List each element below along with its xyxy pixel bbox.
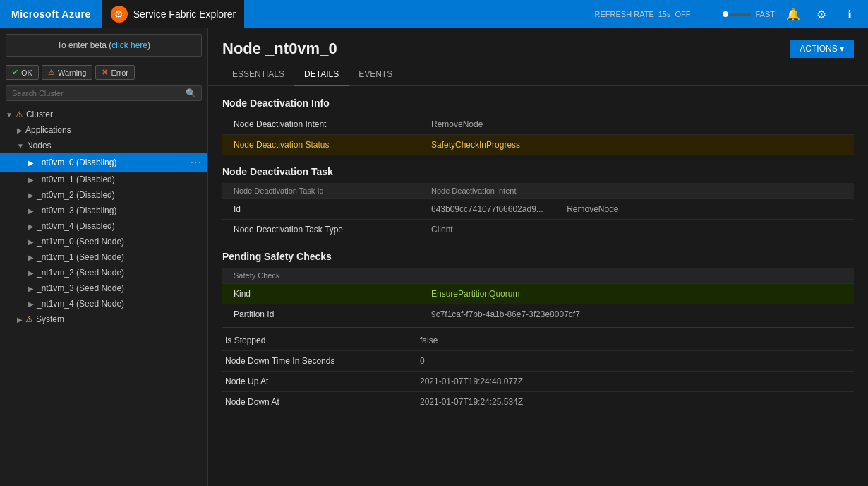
- chevron-right-icon: ▶: [28, 269, 34, 277]
- node-up-at-row: Node Up At 2021-01-07T19:24:48.077Z: [222, 372, 854, 392]
- app-brand: ⚙ Service Fabric Explorer: [102, 0, 245, 28]
- safety-check-col-label: Safety Check: [222, 268, 420, 284]
- table-row: Partition Id 9c7f1caf-f7bb-4a1b-86e7-3f2…: [222, 304, 854, 325]
- error-button[interactable]: ✖ Error: [95, 65, 134, 80]
- kind-value: EnsurePartitionQuorum: [420, 284, 854, 304]
- chevron-right-icon: ▶: [17, 126, 23, 134]
- is-stopped-value: false: [420, 336, 438, 345]
- sidebar-item-label: System: [36, 314, 64, 324]
- sidebar-item-nt1vm0[interactable]: ▶ _nt1vm_0 (Seed Node): [0, 234, 207, 249]
- layout: To enter beta (click here) ✔ OK ⚠ Warnin…: [0, 28, 868, 486]
- node-up-value: 2021-01-07T19:24:48.077Z: [420, 377, 523, 386]
- sidebar-item-label: _nt0vm_4 (Disabled): [37, 221, 115, 231]
- tab-essentials[interactable]: ESSENTIALS: [222, 64, 294, 86]
- search-box: 🔍: [6, 85, 202, 101]
- sidebar-item-nt0vm0[interactable]: ▶ _nt0vm_0 (Disabling) ···: [0, 153, 207, 172]
- chevron-right-icon: ▶: [17, 316, 23, 324]
- sidebar-item-nt1vm4[interactable]: ▶ _nt1vm_4 (Seed Node): [0, 296, 207, 312]
- beta-link[interactable]: click here: [111, 40, 147, 50]
- table-row-header: Node Deactivation Task Id Node Deactivat…: [222, 183, 854, 199]
- sidebar-item-label: _nt0vm_3 (Disabling): [37, 206, 116, 215]
- sidebar-item-nt0vm3[interactable]: ▶ _nt0vm_3 (Disabling): [0, 203, 207, 218]
- node-down-at-row: Node Down At 2021-01-07T19:24:25.534Z: [222, 392, 854, 412]
- chevron-down-icon: ▼: [6, 111, 13, 119]
- id-label: Id: [222, 199, 420, 220]
- sidebar-item-nt1vm1[interactable]: ▶ _nt1vm_1 (Seed Node): [0, 249, 207, 265]
- table-row: Node Deactivation Task Type Client: [222, 220, 854, 240]
- partition-label: Partition Id: [222, 304, 420, 325]
- sidebar-tree: ▼ ⚠ Cluster ▶ Applications ▼ Nodes ▶ _nt…: [0, 107, 207, 486]
- sidebar-item-nt0vm1[interactable]: ▶ _nt0vm_1 (Disabled): [0, 172, 207, 187]
- chevron-right-icon: ▶: [28, 300, 34, 308]
- pending-safety-title: Pending Safety Checks: [222, 251, 854, 262]
- search-icon: 🔍: [186, 88, 196, 98]
- id-value: 643b09cc741077f66602ad9... RemoveNode: [420, 199, 854, 220]
- partition-value: 9c7f1caf-f7bb-4a1b-86e7-3f23e8007cf7: [420, 304, 854, 325]
- notification-icon[interactable]: 🔔: [783, 4, 803, 24]
- sidebar: To enter beta (click here) ✔ OK ⚠ Warnin…: [0, 28, 208, 486]
- deactivation-info-table: Node Deactivation Intent RemoveNode Node…: [222, 114, 854, 155]
- sidebar-item-nodes[interactable]: ▼ Nodes: [0, 138, 207, 153]
- sidebar-item-label: _nt1vm_0 (Seed Node): [37, 237, 124, 247]
- sidebar-item-label: _nt1vm_1 (Seed Node): [37, 252, 124, 262]
- beta-bar[interactable]: To enter beta (click here): [6, 34, 202, 57]
- sidebar-item-applications[interactable]: ▶ Applications: [0, 122, 207, 138]
- chevron-right-icon: ▶: [28, 159, 34, 167]
- node-down-label: Node Down At: [222, 397, 420, 407]
- refresh-off: OFF: [675, 10, 690, 18]
- search-input[interactable]: [6, 85, 202, 101]
- sidebar-item-nt0vm2[interactable]: ▶ _nt0vm_2 (Disabled): [0, 187, 207, 203]
- sidebar-item-label: Nodes: [27, 141, 52, 150]
- tab-events[interactable]: EVENTS: [349, 64, 402, 86]
- actions-button[interactable]: ACTIONS ▾: [790, 40, 854, 58]
- kind-label: Kind: [222, 284, 420, 304]
- sidebar-item-label: _nt1vm_4 (Seed Node): [37, 299, 124, 309]
- main-content: Node Deactivation Info Node Deactivation…: [208, 86, 868, 486]
- refresh-fast: FAST: [755, 10, 775, 18]
- chevron-right-icon: ▶: [28, 254, 34, 261]
- azure-brand[interactable]: Microsoft Azure: [0, 0, 102, 28]
- settings-icon[interactable]: ⚙: [812, 4, 831, 24]
- chevron-right-icon: ▶: [28, 207, 34, 215]
- warn-icon: ⚠: [16, 109, 23, 119]
- table-row-header: Safety Check: [222, 268, 854, 284]
- sidebar-item-cluster[interactable]: ▼ ⚠ Cluster: [0, 107, 207, 122]
- task-type-value: Client: [420, 220, 854, 240]
- pending-safety-table: Safety Check Kind EnsurePartitionQuorum …: [222, 268, 854, 324]
- tab-details[interactable]: DETAILS: [294, 64, 349, 86]
- ok-button[interactable]: ✔ OK: [6, 65, 39, 80]
- sidebar-item-system[interactable]: ▶ ⚠ System: [0, 312, 207, 327]
- top-nav: Microsoft Azure ⚙ Service Fabric Explore…: [0, 0, 868, 28]
- node-up-label: Node Up At: [222, 377, 420, 386]
- table-row: Id 643b09cc741077f66602ad9... RemoveNode: [222, 199, 854, 220]
- sidebar-item-label: _nt0vm_0 (Disabling): [37, 158, 116, 167]
- brand-icon: ⚙: [111, 6, 128, 23]
- sidebar-item-label: _nt0vm_2 (Disabled): [37, 190, 115, 200]
- sidebar-item-label: _nt1vm_3 (Seed Node): [37, 283, 124, 293]
- deactivation-task-title: Node Deactivation Task: [222, 166, 854, 177]
- sidebar-item-nt1vm2[interactable]: ▶ _nt1vm_2 (Seed Node): [0, 265, 207, 280]
- sidebar-item-nt0vm4[interactable]: ▶ _nt0vm_4 (Disabled): [0, 218, 207, 234]
- node-down-time-label: Node Down Time In Seconds: [222, 356, 420, 366]
- more-icon[interactable]: ···: [191, 156, 202, 169]
- table-row: Kind EnsurePartitionQuorum: [222, 284, 854, 304]
- refresh-slider[interactable]: [694, 13, 751, 16]
- chevron-right-icon: ▶: [28, 238, 34, 246]
- table-row: Node Deactivation Intent RemoveNode: [222, 114, 854, 135]
- task-intent-col-label: Node Deactivation Intent: [420, 183, 854, 199]
- refresh-value: 15s: [658, 10, 671, 18]
- node-down-time-value: 0: [420, 356, 425, 366]
- status-bar: ✔ OK ⚠ Warning ✖ Error: [0, 62, 207, 85]
- actions-label: ACTIONS ▾: [800, 44, 844, 54]
- sidebar-item-nt1vm3[interactable]: ▶ _nt1vm_3 (Seed Node): [0, 280, 207, 296]
- warning-label: Warning: [58, 69, 87, 77]
- warning-button[interactable]: ⚠ Warning: [42, 65, 93, 80]
- ok-icon: ✔: [12, 68, 18, 77]
- nav-right: REFRESH RATE 15s OFF FAST 🔔 ⚙ ℹ: [595, 4, 868, 24]
- info-icon[interactable]: ℹ: [840, 4, 860, 24]
- deactivation-intent-label: Node Deactivation Intent: [222, 114, 420, 135]
- sidebar-item-label: _nt1vm_2 (Seed Node): [37, 268, 124, 278]
- sidebar-item-label: _nt0vm_1 (Disabled): [37, 174, 115, 184]
- deactivation-info-title: Node Deactivation Info: [222, 97, 854, 109]
- tabs-bar: ESSENTIALS DETAILS EVENTS: [208, 64, 868, 86]
